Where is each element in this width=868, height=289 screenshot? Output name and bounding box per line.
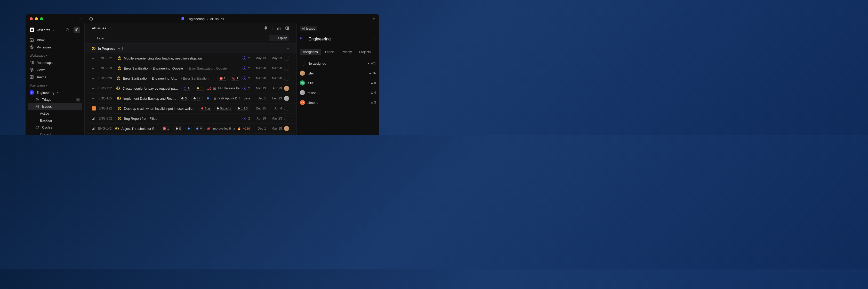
sidebar-team-engineering[interactable]: ✻ Engineering ▾ xyxy=(28,89,82,96)
relation-icon[interactable] xyxy=(243,117,246,120)
status-icon[interactable] xyxy=(117,97,121,100)
tab-labels[interactable]: Labels xyxy=(322,49,338,56)
status-icon[interactable] xyxy=(118,107,121,110)
assignee-button[interactable] xyxy=(284,66,289,71)
label-pill[interactable]: Inf xyxy=(191,96,203,101)
priority-medium-icon[interactable] xyxy=(92,127,95,130)
star-button[interactable]: ☆ xyxy=(373,37,376,41)
status-icon[interactable] xyxy=(118,57,121,60)
assignee-avatar[interactable] xyxy=(284,86,289,91)
issue-row[interactable]: ••• ENG-115 Implement Data Backup and Re… xyxy=(85,94,297,104)
tab-assignees[interactable]: Assignees xyxy=(300,49,321,56)
assignee-button[interactable] xyxy=(284,116,289,121)
relation-icon[interactable] xyxy=(243,57,246,60)
section-workspace[interactable]: Workspace ▾ xyxy=(28,51,82,59)
insights-button[interactable] xyxy=(277,26,281,30)
label-pill[interactable]: 1.2.3 xyxy=(235,106,250,111)
priority-none-icon[interactable]: ••• xyxy=(92,76,96,80)
issue-row[interactable]: ENG-362 Bug Report from Fillout 2 Apr 19… xyxy=(85,114,297,123)
forward-button[interactable]: → xyxy=(79,16,83,21)
avatar xyxy=(300,90,305,95)
assignee-button[interactable] xyxy=(284,56,289,61)
sidebar-item-views[interactable]: Views xyxy=(28,66,82,73)
assignee-avatar[interactable] xyxy=(284,126,289,131)
close-window-button[interactable] xyxy=(30,17,33,20)
blocking-pill[interactable]: ●1 xyxy=(230,76,241,81)
filter-button[interactable]: Filter xyxy=(92,36,104,40)
sidebar-item-triage[interactable]: Triage 4 xyxy=(28,96,82,103)
priority-none-icon[interactable]: ••• xyxy=(92,56,96,60)
status-icon[interactable] xyxy=(116,86,120,90)
issue-row[interactable]: ••• ENG-372 Mobile experiencing slow loa… xyxy=(85,53,297,63)
label-pill[interactable] xyxy=(185,127,192,130)
panel-toggle-button[interactable] xyxy=(285,26,289,30)
progress-pill[interactable]: 1/ xyxy=(181,86,192,91)
assignee-row[interactable]: tyler 16 xyxy=(300,68,376,78)
issue-row[interactable]: ••• ENG-312 Create toggle for pay vs req… xyxy=(85,83,297,94)
label-pill[interactable]: Bug xyxy=(199,106,212,111)
star-button[interactable]: ☆ xyxy=(109,26,112,30)
sidebar-item-cycles[interactable]: Cycles xyxy=(28,124,82,131)
new-tab-button[interactable]: + xyxy=(373,16,375,21)
priority-urgent-icon[interactable]: ! xyxy=(92,106,96,110)
priority-none-icon[interactable]: ••• xyxy=(92,86,96,91)
workspace-switcher[interactable]: ◉ Vast.craft ⌄ xyxy=(28,26,82,34)
status-icon[interactable] xyxy=(115,127,119,130)
cycle-name[interactable]: Beta xyxy=(244,97,250,100)
priority-none-icon[interactable]: ••• xyxy=(92,66,96,70)
sidebar-item-current[interactable]: Current xyxy=(28,131,82,135)
assignee-button[interactable] xyxy=(284,76,289,81)
project-name[interactable]: Improve legitima xyxy=(212,127,235,130)
label-pill[interactable]: S xyxy=(174,126,183,131)
add-issue-button[interactable]: + xyxy=(287,46,289,51)
issue-row[interactable]: ENG-142 Adjust Threshold for Frau… −1 S … xyxy=(85,123,297,134)
back-button[interactable]: ← xyxy=(71,16,75,21)
label-pill[interactable]: 1. xyxy=(194,86,205,91)
search-button[interactable] xyxy=(65,28,69,32)
label-pill[interactable]: Squad 1 xyxy=(214,106,234,111)
sidebar-item-roadmaps[interactable]: Roadmaps xyxy=(28,59,82,66)
minimize-window-button[interactable] xyxy=(35,17,38,20)
status-icon[interactable] xyxy=(118,67,121,70)
status-icon[interactable] xyxy=(118,117,121,120)
history-button[interactable] xyxy=(89,17,93,21)
sidebar-item-teams[interactable]: Teams xyxy=(28,73,82,81)
sidebar-item-backlog[interactable]: Backlog xyxy=(28,117,82,124)
relation-icon[interactable] xyxy=(243,86,246,90)
tab-priority[interactable]: Priority xyxy=(339,49,355,56)
tab-projects[interactable]: Projects xyxy=(356,49,374,56)
priority-none-icon[interactable]: ••• xyxy=(92,96,96,101)
chevron-down-icon: ⌄ xyxy=(52,29,55,31)
assignee-row[interactable]: No assignee 201 xyxy=(300,59,376,68)
label-pill[interactable]: S xyxy=(179,96,189,101)
assignee-row[interactable]: AH allie 9 xyxy=(300,78,376,88)
blocked-by-pill[interactable]: −1 xyxy=(217,76,228,81)
display-button[interactable]: Display xyxy=(269,35,289,41)
project-name[interactable]: P2P App (P1) xyxy=(219,97,237,100)
issue-row[interactable]: ••• ENG-328 Error Sanitization - Enginee… xyxy=(85,73,297,83)
compose-button[interactable] xyxy=(73,27,80,33)
priority-medium-icon[interactable] xyxy=(92,117,96,120)
notifications-button[interactable] xyxy=(264,26,268,30)
section-your-teams[interactable]: Your teams ▾ xyxy=(28,81,82,89)
sidebar-item-issues[interactable]: Issues xyxy=(28,103,82,110)
sidebar-item-inbox[interactable]: Inbox xyxy=(28,36,82,43)
group-header[interactable]: In Progress 8 + xyxy=(85,43,297,53)
relation-icon[interactable] xyxy=(243,76,246,80)
status-icon[interactable] xyxy=(117,76,120,80)
label-pill[interactable] xyxy=(205,97,211,100)
issue-row[interactable]: ••• ENG-329 Error Sanitization - Enginee… xyxy=(85,63,297,73)
sidebar-item-active[interactable]: Active xyxy=(28,110,82,117)
label-pill[interactable]: M xyxy=(194,126,205,131)
view-chip[interactable]: All issues xyxy=(300,26,317,31)
assignee-avatar[interactable] xyxy=(284,96,289,101)
assignee-row[interactable]: SJ simone 3 xyxy=(300,98,376,107)
assignee-row[interactable]: raissa 4 xyxy=(300,88,376,98)
sidebar-item-my-issues[interactable]: My issues xyxy=(28,43,82,51)
assignee-button[interactable] xyxy=(284,106,289,111)
issue-row[interactable]: ! ENG-192 Desktop crash when invalid inp… xyxy=(85,104,297,114)
maximize-window-button[interactable] xyxy=(40,17,43,20)
relation-icon[interactable] xyxy=(243,67,246,70)
project-name[interactable]: Mic Release Iter xyxy=(218,86,241,90)
blocked-pill[interactable]: −1 xyxy=(160,126,171,131)
